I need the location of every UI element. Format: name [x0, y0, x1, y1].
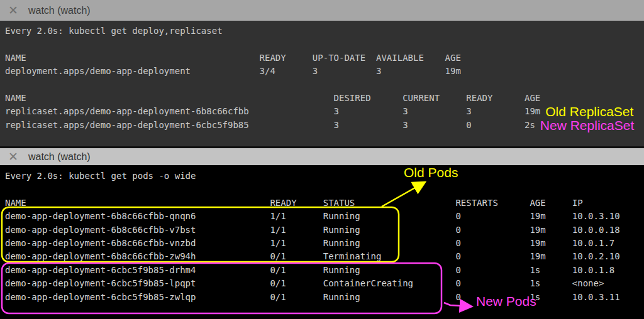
cell-name: demo-app-deployment-6b8c66cfbb-vnzbd — [5, 237, 270, 250]
cell-name: replicaset.apps/demo-app-deployment-6b8c… — [5, 105, 334, 118]
pods-table-header: NAMEREADYSTATUSRESTARTSAGEIP — [5, 197, 644, 210]
col-header-current: CURRENT — [402, 92, 466, 105]
cell-ready: 0 — [466, 119, 525, 132]
col-header-name: NAME — [5, 197, 270, 210]
cell-restarts: 0 — [455, 250, 530, 263]
col-header-name: NAME — [5, 51, 260, 65]
deploy-table-row: deployment.apps/demo-app-deployment3/433… — [5, 65, 644, 78]
cell-name: demo-app-deployment-6b8c66cfbb-v7bst — [5, 224, 270, 237]
old-replicaset-annotation: Old ReplicaSet — [545, 104, 633, 119]
cell-current: 3 — [402, 105, 466, 118]
cell-age: 2s — [525, 119, 535, 132]
col-header-age: AGE — [530, 197, 572, 210]
cell-name: replicaset.apps/demo-app-deployment-6cbc… — [5, 119, 334, 132]
cell-name: demo-app-deployment-6b8c66cfbb-zw94h — [5, 250, 270, 263]
pod-row-new-2: demo-app-deployment-6cbc5f9b85-lpqpt0/1C… — [5, 277, 644, 290]
terminal-deploy-replicaset[interactable]: Every 2.0s: kubectl get deploy,replicase… — [0, 21, 644, 146]
cell-desired: 3 — [334, 105, 403, 118]
cell-name: demo-app-deployment-6cbc5f9b85-drhm4 — [5, 264, 270, 277]
cell-name: demo-app-deployment-6cbc5f9b85-zwlqp — [5, 291, 270, 304]
pod-row-old-2: demo-app-deployment-6b8c66cfbb-v7bst1/1R… — [5, 224, 644, 237]
col-header-ready: READY — [270, 197, 323, 210]
replicaset-table-row-new: replicaset.apps/demo-app-deployment-6cbc… — [5, 119, 644, 132]
col-header-ready: READY — [466, 92, 525, 105]
cell-status: Running — [323, 291, 456, 304]
col-header-status: STATUS — [323, 197, 456, 210]
col-header-age: AGE — [445, 51, 461, 65]
cell-age: 1s — [530, 277, 572, 290]
col-header-name: NAME — [5, 92, 334, 105]
cell-restarts: 0 — [455, 237, 530, 250]
col-header-ip: IP — [572, 197, 583, 210]
pod-row-old-1: demo-app-deployment-6b8c66cfbb-qnqn61/1R… — [5, 210, 644, 223]
cell-restarts: 0 — [455, 264, 530, 277]
cell-restarts: 0 — [455, 277, 530, 290]
watch-command-line: Every 2.0s: kubectl get deploy,replicase… — [5, 24, 644, 38]
col-header-restarts: RESTARTS — [455, 197, 530, 210]
replicaset-table-row-old: replicaset.apps/demo-app-deployment-6b8c… — [5, 105, 644, 118]
cell-status: Running — [323, 210, 456, 223]
close-icon[interactable]: ✕ — [8, 4, 18, 16]
cell-status: Running — [323, 264, 456, 277]
cell-restarts: 0 — [455, 210, 530, 223]
titlebar[interactable]: ✕ watch (watch) — [0, 146, 644, 165]
cell-ready: 0/1 — [270, 264, 323, 277]
col-header-ready: READY — [260, 51, 313, 65]
cell-ip: 10.0.1.7 — [572, 237, 614, 250]
watch-window-pods: ✕ watch (watch) Every 2.0s: kubectl get … — [0, 146, 644, 317]
pod-row-old-4: demo-app-deployment-6b8c66cfbb-zw94h0/1T… — [5, 250, 644, 263]
pod-row-new-1: demo-app-deployment-6cbc5f9b85-drhm40/1R… — [5, 264, 644, 277]
blank-line — [5, 38, 644, 51]
cell-ready: 0/1 — [270, 277, 323, 290]
pod-row-old-3: demo-app-deployment-6b8c66cfbb-vnzbd1/1R… — [5, 237, 644, 250]
pod-row-new-3: demo-app-deployment-6cbc5f9b85-zwlqp0/1R… — [5, 291, 644, 304]
col-header-age: AGE — [525, 92, 540, 105]
close-icon[interactable]: ✕ — [8, 151, 18, 163]
cell-ip: 10.0.3.10 — [572, 210, 620, 223]
col-header-up-to-date: UP-TO-DATE — [313, 51, 376, 65]
cell-ready: 3/4 — [260, 65, 313, 78]
watch-command-line: Every 2.0s: kubectl get pods -o wide — [5, 170, 644, 183]
cell-name: deployment.apps/demo-app-deployment — [5, 65, 260, 78]
cell-age: 19m — [530, 224, 572, 237]
cell-ready: 0/1 — [270, 250, 323, 263]
cell-ip: 10.0.3.11 — [572, 291, 620, 304]
cell-restarts: 0 — [455, 291, 530, 304]
cell-ready: 3 — [466, 105, 525, 118]
cell-age: 19m — [530, 250, 572, 263]
cell-up-to-date: 3 — [313, 65, 376, 78]
cell-age: 1s — [530, 264, 572, 277]
cell-age: 19m — [525, 105, 540, 118]
cell-ip: 10.0.0.18 — [572, 224, 620, 237]
blank-line — [5, 183, 644, 196]
watch-window-deploy-replicaset: ✕ watch (watch) Every 2.0s: kubectl get … — [0, 0, 644, 146]
cell-status: ContainerCreating — [323, 277, 456, 290]
titlebar[interactable]: ✕ watch (watch) — [0, 0, 644, 21]
cell-age: 19m — [530, 210, 572, 223]
new-replicaset-annotation: New ReplicaSet — [540, 118, 634, 132]
col-header-desired: DESIRED — [334, 92, 403, 105]
cell-ip: 10.0.2.10 — [572, 250, 620, 263]
cell-ready: 1/1 — [270, 210, 323, 223]
cell-ready: 1/1 — [270, 237, 323, 250]
replicaset-table-header: NAMEDESIREDCURRENTREADYAGE — [5, 92, 644, 105]
cell-current: 3 — [402, 119, 466, 132]
cell-status: Terminating — [323, 250, 456, 263]
cell-age: 1s — [530, 291, 572, 304]
cell-status: Running — [323, 237, 456, 250]
blank-line — [5, 78, 644, 92]
cell-name: demo-app-deployment-6cbc5f9b85-lpqpt — [5, 277, 270, 290]
cell-name: demo-app-deployment-6b8c66cfbb-qnqn6 — [5, 210, 270, 223]
col-header-available: AVAILABLE — [376, 51, 445, 65]
cell-restarts: 0 — [455, 224, 530, 237]
terminal-pods[interactable]: Every 2.0s: kubectl get pods -o wide NAM… — [0, 165, 644, 317]
cell-available: 3 — [376, 65, 445, 78]
cell-age: 19m — [445, 65, 461, 78]
cell-desired: 3 — [334, 119, 403, 132]
deploy-table-header: NAMEREADYUP-TO-DATEAVAILABLEAGE — [5, 51, 644, 65]
cell-status: Running — [323, 224, 456, 237]
window-title: watch (watch) — [28, 5, 91, 16]
cell-age: 19m — [530, 237, 572, 250]
window-title: watch (watch) — [28, 151, 91, 163]
cell-ip: 10.0.1.8 — [572, 264, 614, 277]
